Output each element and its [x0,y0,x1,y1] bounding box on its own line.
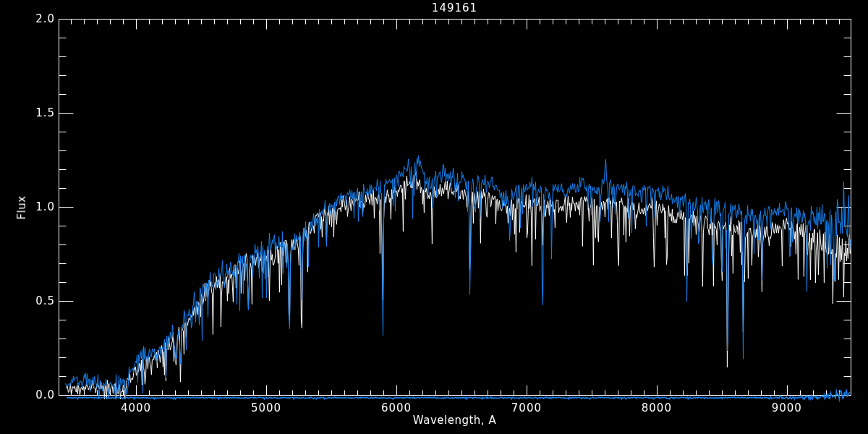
chart-title: 149161 [59,2,851,14]
x-tick-label: 5000 [251,402,281,414]
x-tick-label: 9000 [772,402,802,414]
y-tick-label: 1.5 [4,107,55,119]
x-tick-label: 4000 [121,402,151,414]
y-tick-label: 2.0 [4,13,55,25]
x-axis-title: Wavelength, A [59,414,851,426]
y-tick-label: 0.0 [4,389,55,401]
x-tick-label: 6000 [381,402,412,414]
spectrum-figure: 149161 Wavelength, A Flux 40005000600070… [0,0,868,434]
x-tick-label: 8000 [642,402,672,414]
spectrum-plot-canvas [0,0,868,434]
y-tick-label: 0.5 [4,295,55,307]
y-tick-label: 1.0 [4,201,55,213]
x-tick-label: 7000 [511,402,542,414]
